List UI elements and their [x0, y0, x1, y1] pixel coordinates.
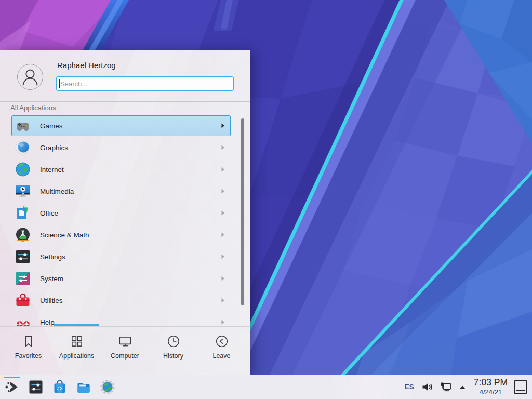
taskbar: ES 7:03 PM 4/24/21 [0, 375, 532, 399]
keyboard-layout-indicator[interactable]: ES [405, 383, 414, 391]
submenu-arrow-icon [221, 232, 225, 238]
taskbar-button-application-launcher[interactable] [4, 379, 20, 395]
help-icon [15, 314, 31, 326]
tab-label: Favorites [15, 352, 42, 360]
leave-icon [215, 334, 229, 349]
tab-label: Applications [59, 352, 94, 360]
submenu-arrow-icon [221, 123, 225, 129]
category-item-internet[interactable]: Internet [11, 159, 231, 180]
category-item-settings[interactable]: Settings [11, 246, 231, 267]
system-tray: ES 7:03 PM 4/24/21 [405, 375, 532, 399]
graphics-icon [15, 139, 31, 156]
submenu-arrow-icon [221, 275, 225, 282]
science-icon [15, 227, 31, 243]
category-label: Utilities [40, 297, 63, 304]
category-label: Games [40, 122, 63, 130]
application-launcher-menu: Raphael Hertzog All Applications GamesGr… [0, 50, 250, 375]
category-label: Help [40, 318, 55, 326]
scrollbar[interactable] [241, 118, 244, 305]
search-input[interactable] [56, 76, 234, 91]
utilities-icon [15, 292, 31, 309]
submenu-arrow-icon [221, 297, 225, 303]
system-settings-icon [28, 379, 44, 395]
search-field-wrap [56, 76, 234, 91]
kickoff-icon [4, 379, 20, 395]
category-item-science-math[interactable]: Science & Math [11, 224, 231, 245]
tab-label: Computer [111, 352, 139, 360]
applications-icon [70, 334, 84, 349]
history-icon [166, 334, 181, 349]
category-list: GamesGraphicsInternetMultimediaOfficeSci… [11, 115, 231, 326]
category-item-system[interactable]: System [11, 268, 231, 289]
expand-tray-icon[interactable] [458, 383, 467, 391]
taskbar-launchers [4, 375, 115, 399]
submenu-arrow-icon [221, 144, 225, 151]
taskbar-button-system-settings[interactable] [28, 379, 44, 395]
browser-icon [100, 379, 115, 395]
internet-icon [15, 161, 31, 178]
submenu-arrow-icon [221, 188, 225, 194]
category-item-utilities[interactable]: Utilities [11, 290, 231, 311]
category-item-graphics[interactable]: Graphics [11, 137, 231, 158]
network-icon[interactable] [440, 381, 452, 393]
user-name: Raphael Hertzog [57, 61, 116, 70]
category-item-help[interactable]: Help [11, 312, 231, 326]
discover-icon [52, 379, 68, 395]
dolphin-icon [76, 379, 91, 395]
clock-time: 7:03 PM [474, 378, 508, 388]
category-item-multimedia[interactable]: Multimedia [11, 181, 231, 202]
volume-icon[interactable] [421, 381, 433, 393]
category-label: System [40, 275, 63, 283]
taskbar-button-file-manager[interactable] [76, 379, 91, 395]
taskbar-button-discover-software-center[interactable] [52, 379, 68, 395]
desktop: Raphael Hertzog All Applications GamesGr… [0, 0, 532, 399]
category-label: Internet [40, 166, 64, 174]
taskbar-button-web-browser[interactable] [100, 379, 115, 395]
office-icon [15, 205, 31, 221]
tab-computer[interactable]: Computer [101, 327, 149, 375]
submenu-arrow-icon [221, 319, 225, 325]
show-desktop-button[interactable] [514, 380, 527, 394]
favorites-icon [21, 334, 36, 349]
games-icon [15, 117, 31, 134]
multimedia-icon [15, 183, 31, 200]
digital-clock[interactable]: 7:03 PM 4/24/21 [474, 378, 508, 395]
tab-label: Leave [212, 352, 230, 360]
category-item-office[interactable]: Office [11, 203, 231, 223]
tray-icons [421, 381, 473, 393]
tab-history[interactable]: History [149, 327, 197, 375]
category-item-games[interactable]: Games [11, 115, 231, 136]
text-cursor [59, 79, 60, 88]
category-label: Graphics [40, 144, 68, 152]
submenu-arrow-icon [221, 210, 225, 216]
tab-leave[interactable]: Leave [197, 327, 246, 375]
tab-favorites[interactable]: Favorites [4, 327, 52, 375]
clock-date: 4/24/21 [474, 389, 508, 395]
submenu-arrow-icon [221, 254, 225, 260]
tab-label: History [163, 352, 183, 360]
user-avatar-icon [18, 64, 43, 89]
launcher-tab-bar: FavoritesApplicationsComputerHistoryLeav… [0, 327, 250, 375]
section-label: All Applications [10, 104, 56, 112]
category-label: Science & Math [40, 231, 89, 239]
system-icon [15, 270, 31, 287]
settings-icon [15, 248, 31, 265]
tab-applications[interactable]: Applications [52, 327, 101, 375]
submenu-arrow-icon [221, 166, 225, 172]
user-avatar [17, 64, 43, 90]
launcher-header: Raphael Hertzog [0, 50, 250, 101]
category-label: Office [40, 209, 58, 217]
category-label: Multimedia [40, 188, 74, 195]
header-divider [0, 101, 250, 102]
category-label: Settings [40, 253, 65, 261]
computer-icon [118, 334, 132, 349]
